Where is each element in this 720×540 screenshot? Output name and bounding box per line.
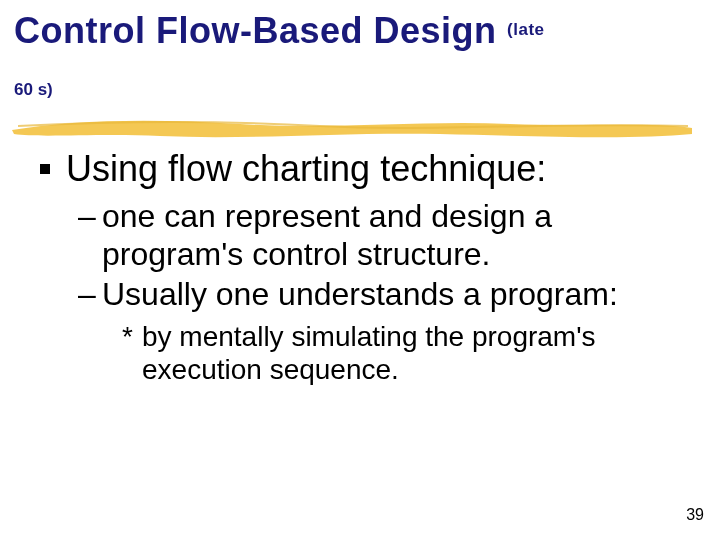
slide: Control Flow-Based Design (late 60 s) Us… [0,0,720,540]
title-main: Control Flow-Based Design [14,10,497,51]
bullet-level2: – one can represent and design a program… [78,198,690,274]
square-bullet-icon [40,164,50,174]
asterisk-bullet-icon: * [122,320,133,354]
bullet-level2: – Usually one understands a program: [78,276,690,314]
title-sub-inline: (late [507,20,544,39]
dash-bullet-icon: – [78,198,96,236]
bullet-level1-text: Using flow charting technique: [66,148,546,189]
slide-body: Using flow charting technique: – one can… [40,148,690,387]
title-underline [10,114,695,142]
title-sub-line2: 60 s) [14,80,53,100]
brush-stroke-icon [10,114,695,142]
dash-bullet-icon: – [78,276,96,314]
slide-title: Control Flow-Based Design (late [14,10,694,51]
bullet-level1: Using flow charting technique: [40,148,690,190]
page-number: 39 [686,506,704,524]
bullet-level2a-text: one can represent and design a program's… [102,198,552,272]
bullet-level3-text: by mentally simulating the program's exe… [142,321,596,386]
bullet-level3: * by mentally simulating the program's e… [122,320,690,387]
bullet-level2b-text: Usually one understands a program: [102,276,618,312]
